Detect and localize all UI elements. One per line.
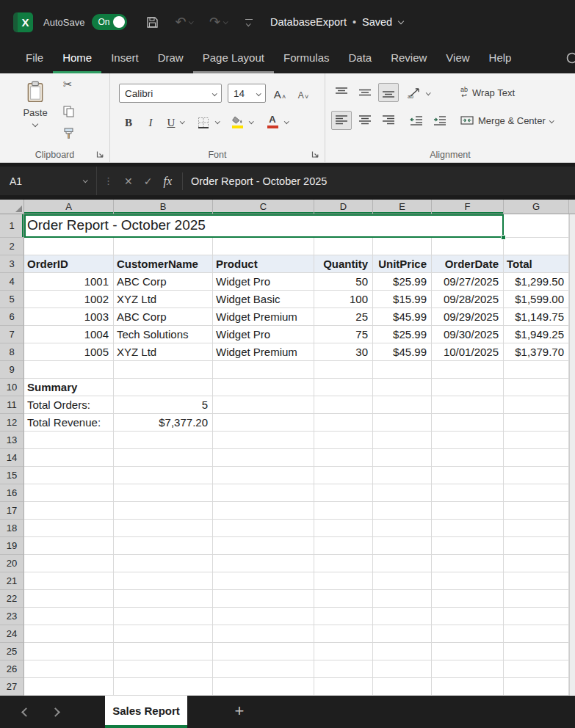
cell-D15[interactable] — [314, 467, 373, 484]
cell-A16[interactable] — [24, 484, 114, 502]
fill-color-button[interactable] — [229, 112, 245, 131]
row-header-13[interactable]: 13 — [0, 432, 24, 449]
bold-button[interactable]: B — [120, 112, 137, 131]
cell-A11[interactable]: Total Orders: — [24, 396, 114, 414]
cell-F22[interactable] — [432, 590, 504, 608]
cell-C14[interactable] — [213, 449, 314, 467]
row-header-23[interactable]: 23 — [0, 608, 24, 625]
menu-tab-page-layout[interactable]: Page Layout — [193, 44, 274, 73]
cell-E24[interactable] — [373, 625, 432, 643]
cell-A22[interactable] — [24, 590, 114, 608]
cell-E7[interactable]: $25.99 — [373, 326, 432, 343]
cell-D11[interactable] — [314, 396, 373, 414]
cell-B9[interactable] — [114, 361, 213, 379]
borders-dropdown-chevron-icon[interactable] — [213, 112, 222, 131]
cell-F12[interactable] — [432, 414, 504, 432]
cell-E27[interactable] — [373, 678, 432, 696]
cell-E5[interactable]: $15.99 — [373, 291, 432, 308]
row-header-14[interactable]: 14 — [0, 449, 24, 467]
cell-A7[interactable]: 1004 — [24, 326, 114, 343]
cell-A25[interactable] — [24, 643, 114, 660]
cell-G14[interactable] — [504, 449, 569, 467]
align-right-button[interactable] — [378, 111, 399, 130]
cell-A21[interactable] — [24, 572, 114, 590]
cell-E11[interactable] — [373, 396, 432, 414]
cell-E14[interactable] — [373, 449, 432, 467]
cell-A26[interactable] — [24, 660, 114, 678]
redo-button[interactable]: ↷ — [209, 15, 228, 29]
cell-G13[interactable] — [504, 432, 569, 449]
cell-C16[interactable] — [213, 484, 314, 502]
cell-B20[interactable] — [114, 555, 213, 572]
cell-F4[interactable]: 09/27/2025 — [432, 273, 504, 291]
cell-G22[interactable] — [504, 590, 569, 608]
cell-A6[interactable]: 1003 — [24, 308, 114, 326]
cell-A19[interactable] — [24, 537, 114, 555]
cell-E20[interactable] — [373, 555, 432, 572]
increase-indent-button[interactable] — [430, 111, 450, 130]
format-painter-button[interactable] — [63, 128, 74, 139]
borders-button[interactable] — [195, 112, 211, 131]
cell-A24[interactable] — [24, 625, 114, 643]
row-header-26[interactable]: 26 — [0, 660, 24, 678]
cell-A18[interactable] — [24, 520, 114, 537]
cell-G8[interactable]: $1,379.70 — [504, 343, 569, 361]
middle-align-button[interactable] — [355, 83, 375, 102]
cell-B10[interactable] — [114, 379, 213, 396]
cell-D9[interactable] — [314, 361, 373, 379]
cell-G10[interactable] — [504, 379, 569, 396]
cell-F8[interactable]: 10/01/2025 — [432, 343, 504, 361]
cell-A13[interactable] — [24, 432, 114, 449]
cell-F2[interactable] — [432, 238, 504, 255]
cell-F14[interactable] — [432, 449, 504, 467]
cell-D10[interactable] — [314, 379, 373, 396]
cell-E15[interactable] — [373, 467, 432, 484]
cell-E23[interactable] — [373, 608, 432, 625]
enter-button[interactable]: ✓ — [144, 175, 153, 187]
cell-G16[interactable] — [504, 484, 569, 502]
cell-D3[interactable]: Quantity — [314, 255, 373, 273]
cell-G2[interactable] — [504, 238, 569, 255]
cell-D27[interactable] — [314, 678, 373, 696]
cell-F15[interactable] — [432, 467, 504, 484]
cell-A10[interactable]: Summary — [24, 379, 114, 396]
cell-E10[interactable] — [373, 379, 432, 396]
increase-font-size-button[interactable]: A˄ — [272, 84, 288, 103]
cell-F26[interactable] — [432, 660, 504, 678]
cell-E8[interactable]: $45.99 — [373, 343, 432, 361]
orientation-button[interactable]: ab — [406, 83, 424, 102]
bottom-align-button[interactable] — [378, 83, 399, 102]
column-header-B[interactable]: B — [114, 200, 213, 214]
cell-C15[interactable] — [213, 467, 314, 484]
fill-color-dropdown-chevron-icon[interactable] — [247, 112, 256, 131]
cancel-button[interactable]: ✕ — [124, 175, 133, 187]
row-header-7[interactable]: 7 — [0, 326, 24, 343]
column-header-D[interactable]: D — [314, 200, 373, 214]
cell-E21[interactable] — [373, 572, 432, 590]
cell-F18[interactable] — [432, 520, 504, 537]
cell-B22[interactable] — [114, 590, 213, 608]
cell-A12[interactable]: Total Revenue: — [24, 414, 114, 432]
row-header-18[interactable]: 18 — [0, 520, 24, 537]
font-color-button[interactable]: A — [264, 112, 281, 131]
cell-F19[interactable] — [432, 537, 504, 555]
cell-C2[interactable] — [213, 238, 314, 255]
cell-D21[interactable] — [314, 572, 373, 590]
cell-B3[interactable]: CustomerName — [114, 255, 213, 273]
cell-C12[interactable] — [213, 414, 314, 432]
cell-F17[interactable] — [432, 502, 504, 520]
cell-B17[interactable] — [114, 502, 213, 520]
cell-G19[interactable] — [504, 537, 569, 555]
cell-G18[interactable] — [504, 520, 569, 537]
font-color-dropdown-chevron-icon[interactable] — [282, 112, 291, 131]
cell-G20[interactable] — [504, 555, 569, 572]
row-header-20[interactable]: 20 — [0, 555, 24, 572]
cell-C23[interactable] — [213, 608, 314, 625]
cell-B21[interactable] — [114, 572, 213, 590]
autosave-toggle[interactable]: On — [92, 14, 127, 30]
cell-F24[interactable] — [432, 625, 504, 643]
cell-C3[interactable]: Product — [213, 255, 314, 273]
cell-G17[interactable] — [504, 502, 569, 520]
cell-F5[interactable]: 09/28/2025 — [432, 291, 504, 308]
orientation-dropdown-chevron-icon[interactable] — [424, 83, 433, 102]
